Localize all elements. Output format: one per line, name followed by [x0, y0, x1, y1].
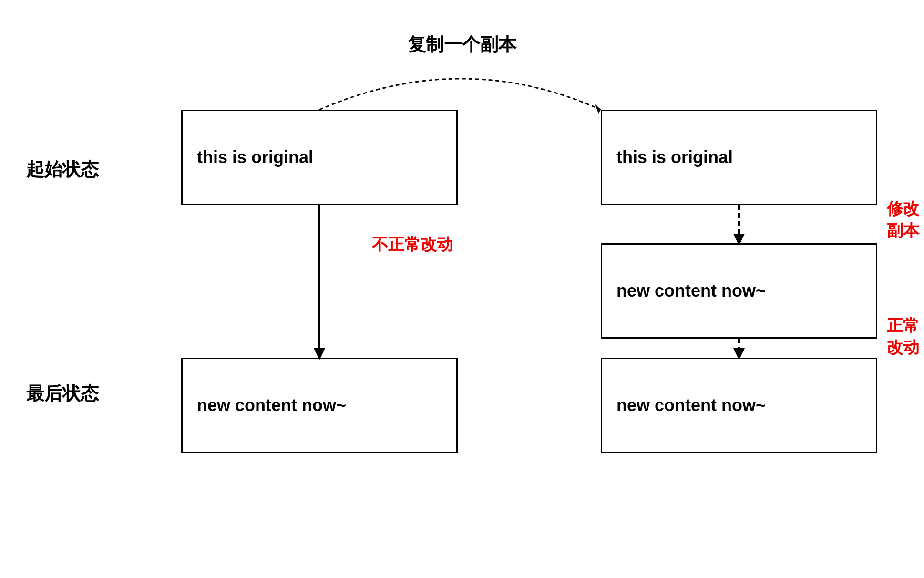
box-right-top-text: this is original — [616, 147, 733, 167]
box-right-bottom-text: new content now~ — [616, 395, 766, 415]
box-right-mid-text: new content now~ — [616, 281, 766, 301]
box-right-bottom: new content now~ — [601, 358, 877, 453]
svg-marker-0 — [595, 104, 601, 114]
row-label-start: 起始状态 — [26, 157, 99, 182]
diagram-container: 复制一个副本 起始状态 最后状态 this is original new co… — [0, 0, 924, 578]
annotation-normal: 正常改动 — [887, 315, 924, 359]
box-right-mid: new content now~ — [601, 243, 877, 339]
copy-label: 复制一个副本 — [408, 32, 516, 57]
box-left-bottom-text: new content now~ — [197, 395, 346, 415]
annotation-modify-copy: 修改副本 — [887, 198, 924, 242]
box-left-bottom: new content now~ — [181, 358, 458, 453]
annotation-abnormal: 不正常改动 — [372, 234, 453, 256]
row-label-end: 最后状态 — [26, 382, 99, 406]
box-right-top: this is original — [601, 110, 877, 205]
box-left-top-text: this is original — [197, 147, 313, 167]
box-left-top: this is original — [181, 110, 458, 205]
